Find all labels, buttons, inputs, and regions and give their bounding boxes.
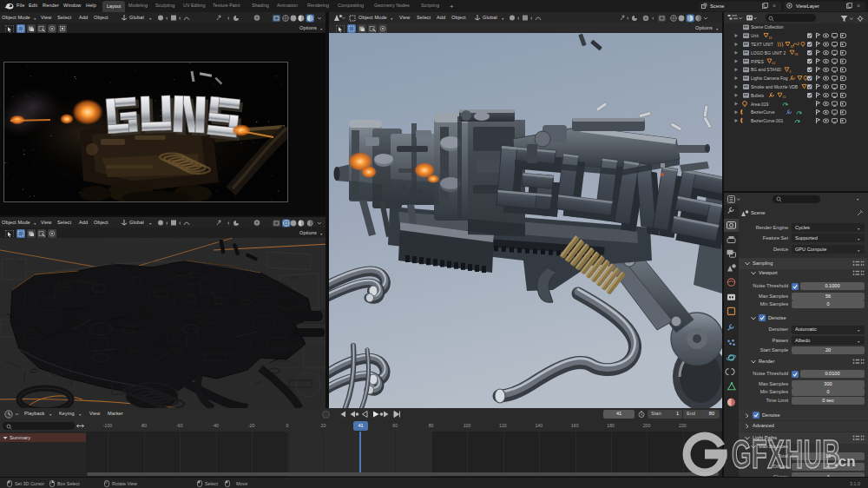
svg-text:BezierCurve.001: BezierCurve.001 [751, 118, 783, 123]
svg-text:98: 98 [794, 53, 798, 56]
svg-text:TEXT UNIT: TEXT UNIT [751, 42, 773, 47]
svg-text:15: 15 [782, 96, 786, 99]
svg-text:BezierCurve: BezierCurve [751, 109, 775, 115]
svg-text:16: 16 [768, 36, 772, 40]
svg-text:3: 3 [789, 70, 791, 74]
svg-text:Scene Collection: Scene Collection [751, 24, 784, 30]
svg-text:LOGO BG UNIT 2: LOGO BG UNIT 2 [751, 50, 786, 56]
svg-text:Unit: Unit [751, 33, 760, 38]
svg-text:Area.019: Area.019 [751, 102, 769, 107]
svg-text:62: 62 [772, 62, 775, 65]
svg-text:BG and STAND: BG and STAND [751, 67, 781, 72]
svg-text:Smoke and Muzzle VDB: Smoke and Muzzle VDB [751, 84, 799, 89]
svg-text:Bullets: Bullets [751, 93, 765, 98]
svg-text:PIPES: PIPES [751, 59, 764, 64]
svg-text:Lights Camera Fog: Lights Camera Fog [751, 76, 788, 81]
